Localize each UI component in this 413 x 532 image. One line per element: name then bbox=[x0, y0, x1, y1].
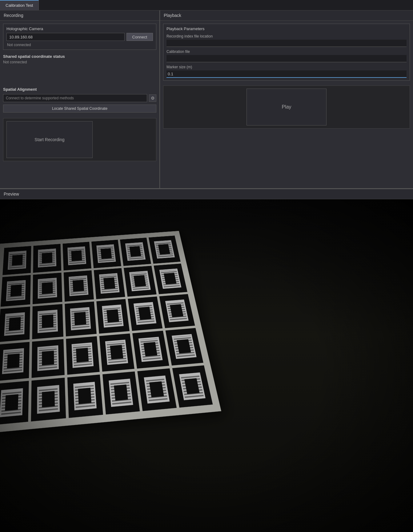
connect-button[interactable]: Connect bbox=[126, 33, 153, 41]
start-recording-button[interactable]: Start Recording bbox=[6, 121, 93, 158]
recording-panel-header: Recording bbox=[0, 10, 159, 21]
playback-params-box: Playback Parameters Recording index file… bbox=[163, 24, 410, 81]
preview-section: Preview bbox=[0, 189, 413, 532]
calibration-file-input[interactable] bbox=[166, 55, 407, 62]
holographic-camera-label: Holographic Camera bbox=[6, 26, 153, 31]
camera-preview bbox=[0, 199, 413, 532]
marker-size-label: Marker size (m) bbox=[166, 65, 407, 69]
preview-header: Preview bbox=[0, 189, 413, 199]
recording-index-label: Recording index file location bbox=[166, 34, 407, 38]
playback-panel-header: Playback bbox=[160, 10, 413, 21]
gear-icon: ⚙ bbox=[151, 96, 155, 101]
tab-bar: Calibration Test bbox=[0, 0, 413, 10]
recording-index-input[interactable] bbox=[166, 40, 407, 47]
spatial-status-section: Shared spatial coordinate status Not con… bbox=[0, 52, 159, 66]
tab-calibration-test[interactable]: Calibration Test bbox=[0, 0, 39, 10]
play-button[interactable]: Play bbox=[247, 89, 327, 125]
locate-shared-spatial-button[interactable]: Locate Shared Spatial Coordinate bbox=[3, 105, 156, 113]
ip-connect-row: Connect bbox=[6, 33, 153, 41]
holographic-camera-box: Holographic Camera Connect Not connected bbox=[3, 24, 156, 50]
play-button-area: Play bbox=[163, 85, 410, 129]
marker-size-input[interactable] bbox=[166, 70, 407, 78]
recording-panel: Recording Holographic Camera Connect Not… bbox=[0, 10, 160, 188]
gear-icon-button[interactable]: ⚙ bbox=[149, 94, 156, 102]
playback-params-label: Playback Parameters bbox=[166, 26, 407, 31]
spatial-alignment-label: Spatial Alignment bbox=[3, 87, 156, 92]
spatial-status-value: Not connected bbox=[3, 60, 156, 64]
method-select[interactable]: Connect to determine supported methods bbox=[3, 94, 147, 102]
dropdown-row: Connect to determine supported methods ⚙ bbox=[3, 94, 156, 102]
main-panels: Recording Holographic Camera Connect Not… bbox=[0, 10, 413, 189]
ip-input[interactable] bbox=[6, 33, 125, 41]
spatial-alignment-section: Spatial Alignment Connect to determine s… bbox=[0, 84, 159, 118]
preview-overlay bbox=[0, 199, 413, 532]
playback-panel: Playback Playback Parameters Recording i… bbox=[160, 10, 413, 188]
connection-status: Not connected bbox=[7, 43, 153, 47]
start-recording-area: Start Recording bbox=[3, 118, 156, 161]
spatial-status-label: Shared spatial coordinate status bbox=[3, 54, 156, 59]
calibration-file-label: Calibration file bbox=[166, 50, 407, 54]
